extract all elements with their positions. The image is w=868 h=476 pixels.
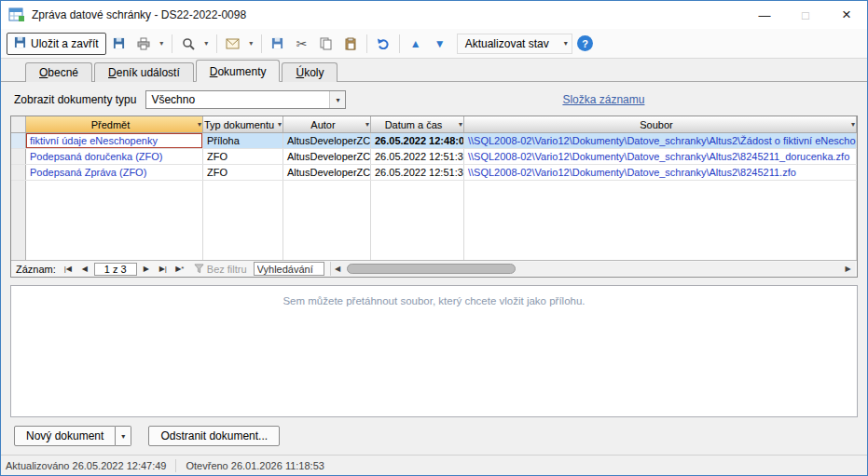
cell-datum[interactable]: 26.05.2022 12:48:0 bbox=[371, 133, 464, 148]
cell-autor[interactable]: AltusDeveloperZC bbox=[283, 165, 371, 180]
new-document-button[interactable]: Nový dokument bbox=[14, 426, 116, 446]
cut-button[interactable]: ✂ bbox=[291, 33, 313, 55]
header-selector bbox=[11, 116, 26, 132]
send-mail-button[interactable] bbox=[222, 33, 244, 55]
cell-predmet[interactable]: Podepsaná Zpráva (ZFO) bbox=[26, 165, 203, 180]
empty-cell bbox=[26, 228, 203, 244]
cell-typ[interactable]: ZFO bbox=[203, 165, 283, 180]
print-preview-button[interactable] bbox=[177, 33, 200, 55]
empty-cell bbox=[26, 212, 203, 228]
empty-cell bbox=[203, 181, 283, 197]
sort-dropdown-icon[interactable]: ▾ bbox=[365, 120, 369, 129]
cell-typ[interactable]: Příloha bbox=[203, 133, 283, 148]
tab-dokumenty[interactable]: Dokumenty bbox=[196, 60, 281, 82]
documents-table: Předmět▾ Typ dokumentu▾ Autor▾ Datum a č… bbox=[10, 116, 858, 278]
save-button[interactable] bbox=[108, 33, 131, 55]
row-selector[interactable] bbox=[11, 149, 26, 164]
scrollbar-thumb[interactable] bbox=[347, 264, 516, 274]
cell-soubor[interactable]: \\SQL2008-02\Vario12\Dokumenty\Datove_sc… bbox=[464, 133, 857, 148]
filter-toggle-button[interactable]: Bez filtru bbox=[189, 264, 252, 275]
header-soubor[interactable]: Soubor▾ bbox=[464, 116, 857, 132]
file-drop-area[interactable]: Sem můžete přetáhnout soubor, který chce… bbox=[10, 285, 858, 417]
print-preview-dropdown[interactable]: ▾ bbox=[201, 39, 212, 48]
table-row[interactable]: Podepsaná Zpráva (ZFO) ZFO AltusDevelope… bbox=[11, 165, 857, 181]
row-selector[interactable] bbox=[11, 165, 26, 180]
close-button[interactable]: × bbox=[826, 1, 867, 29]
record-folder-link[interactable]: Složka záznamu bbox=[562, 93, 644, 106]
print-dropdown[interactable]: ▾ bbox=[157, 39, 167, 48]
cell-autor[interactable]: AltusDeveloperZC bbox=[283, 149, 371, 164]
cell-soubor[interactable]: \\SQL2008-02\Vario12\Dokumenty\Datove_sc… bbox=[464, 165, 857, 180]
tab-ukoly[interactable]: Úkoly bbox=[282, 62, 338, 82]
empty-cell bbox=[464, 244, 857, 260]
empty-cell bbox=[464, 181, 857, 197]
cell-predmet[interactable]: fiktivní údaje eNeschopenky bbox=[26, 133, 203, 148]
copy-button[interactable] bbox=[315, 33, 338, 55]
document-type-combo[interactable]: Všechno ▾ bbox=[145, 90, 346, 109]
help-button[interactable]: ? bbox=[574, 33, 597, 55]
next-record-button[interactable]: ▼ bbox=[429, 33, 451, 55]
empty-cell bbox=[371, 197, 464, 212]
header-typ-dokumentu[interactable]: Typ dokumentu▾ bbox=[203, 116, 283, 132]
window-title: Zpráva datové schránky - DS22-2022-0098 bbox=[32, 8, 246, 21]
paste-button[interactable] bbox=[339, 33, 362, 55]
sort-dropdown-icon[interactable]: ▾ bbox=[851, 120, 855, 129]
minimize-button[interactable]: — bbox=[744, 1, 785, 29]
help-icon: ? bbox=[577, 35, 593, 51]
previous-record-button[interactable]: ▲ bbox=[405, 33, 427, 55]
header-predmet[interactable]: Předmět▾ bbox=[26, 116, 203, 132]
table-row[interactable]: fiktivní údaje eNeschopenky Příloha Altu… bbox=[11, 133, 857, 149]
sort-dropdown-icon[interactable]: ▾ bbox=[278, 120, 282, 129]
new-document-dropdown[interactable]: ▾ bbox=[116, 426, 131, 446]
last-record-button[interactable]: ▶| bbox=[156, 263, 171, 276]
cell-datum[interactable]: 26.05.2022 12:51:3 bbox=[371, 149, 464, 164]
empty-cell bbox=[464, 197, 857, 212]
sort-dropdown-icon[interactable]: ▾ bbox=[198, 120, 201, 129]
scrollbar-track[interactable] bbox=[345, 262, 841, 276]
table-row[interactable]: Podepsaná doručenka (ZFO) ZFO AltusDevel… bbox=[11, 149, 857, 165]
cell-autor[interactable]: AltusDeveloperZC bbox=[283, 133, 371, 148]
scroll-left-button[interactable]: ◀ bbox=[331, 262, 345, 276]
refresh-status-combo[interactable]: Aktualizovat stav ▾ bbox=[457, 34, 572, 54]
header-label: Autor bbox=[310, 119, 335, 130]
down-triangle-icon: ▼ bbox=[434, 37, 446, 50]
delete-document-button[interactable]: Odstranit dokument... bbox=[148, 426, 280, 446]
tab-content-dokumenty: Zobrazit dokumenty typu Všechno ▾ Složka… bbox=[1, 82, 867, 455]
empty-cell bbox=[283, 197, 371, 212]
cell-typ[interactable]: ZFO bbox=[203, 149, 283, 164]
row-selector[interactable] bbox=[11, 133, 26, 148]
save-and-close-button[interactable]: Uložit a zavřít bbox=[7, 33, 106, 55]
filter-toggle-label: Bez filtru bbox=[207, 264, 247, 275]
undo-button[interactable] bbox=[372, 33, 394, 55]
empty-cell bbox=[283, 212, 371, 228]
print-button[interactable] bbox=[132, 33, 155, 55]
status-updated: Aktualizováno 26.05.2022 12:47:49 bbox=[6, 460, 166, 471]
app-window: Zpráva datové schránky - DS22-2022-0098 … bbox=[0, 0, 868, 476]
scroll-right-button[interactable]: ▶ bbox=[841, 262, 855, 276]
refresh-status-label: Aktualizovat stav bbox=[465, 37, 549, 50]
send-mail-dropdown[interactable]: ▾ bbox=[246, 39, 256, 48]
cell-soubor[interactable]: \\SQL2008-02\Vario12\Dokumenty\Datove_sc… bbox=[464, 149, 857, 164]
record-nav-label: Záznam: bbox=[13, 264, 59, 275]
previous-record-button[interactable]: ◀ bbox=[77, 263, 92, 276]
empty-row bbox=[11, 181, 857, 197]
header-autor[interactable]: Autor▾ bbox=[283, 116, 371, 132]
search-input[interactable] bbox=[254, 262, 324, 276]
tab-obecne[interactable]: Obecné bbox=[25, 62, 92, 82]
header-datum-a-cas[interactable]: Datum a čas▾ bbox=[371, 116, 464, 132]
export-save-button[interactable] bbox=[267, 33, 289, 55]
header-label: Datum a čas bbox=[385, 119, 443, 130]
cell-predmet[interactable]: Podepsaná doručenka (ZFO) bbox=[26, 149, 203, 164]
first-record-button[interactable]: |◀ bbox=[61, 263, 76, 276]
next-record-button[interactable]: ▶ bbox=[139, 263, 154, 276]
status-opened: Otevřeno 26.01.2026 11:18:53 bbox=[186, 460, 324, 471]
new-record-button[interactable]: ▶* bbox=[172, 263, 187, 276]
maximize-button[interactable]: □ bbox=[785, 1, 826, 29]
table-header-row: Předmět▾ Typ dokumentu▾ Autor▾ Datum a č… bbox=[11, 116, 857, 133]
cell-datum[interactable]: 26.05.2022 12:51:3 bbox=[371, 165, 464, 180]
record-position-box[interactable]: 1 z 3 bbox=[94, 263, 137, 276]
row-selector bbox=[11, 228, 26, 244]
empty-cell bbox=[283, 228, 371, 244]
sort-dropdown-icon[interactable]: ▾ bbox=[459, 120, 462, 129]
tab-denik-udalosti[interactable]: Deník událostí bbox=[94, 62, 194, 82]
